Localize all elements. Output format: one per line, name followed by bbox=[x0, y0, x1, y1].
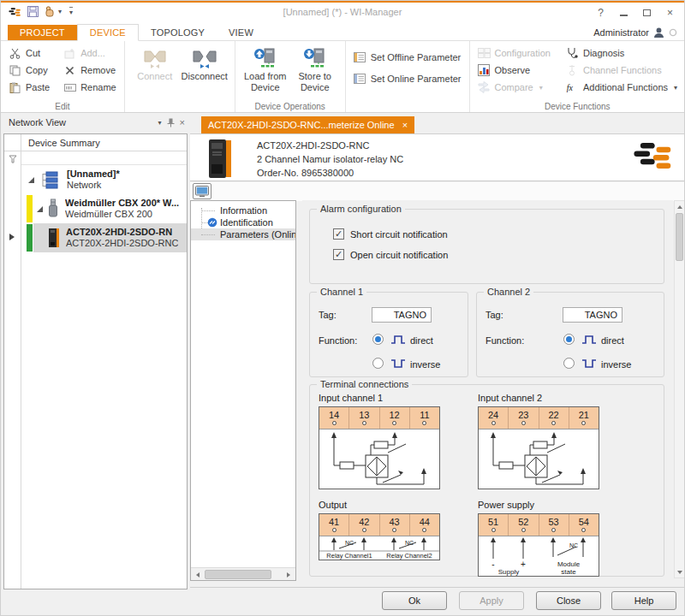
channel2-inverse-radio[interactable] bbox=[563, 358, 575, 369]
additional-functions-button[interactable]: fx Additional Functions ▾ bbox=[563, 80, 680, 94]
tree-row-network[interactable]: [Unnamed]* Network bbox=[21, 165, 187, 194]
cut-icon bbox=[9, 47, 21, 59]
close-button[interactable]: Close bbox=[536, 591, 601, 610]
diagram-label: Input channel 2 bbox=[478, 393, 542, 403]
panel-menu-icon[interactable]: ▾ bbox=[158, 119, 162, 127]
scroll-right-button[interactable] bbox=[283, 569, 295, 580]
disconnect-button[interactable]: Disconnect bbox=[180, 44, 229, 82]
parameter-view-button[interactable] bbox=[193, 183, 211, 199]
filter-icon[interactable] bbox=[9, 155, 17, 163]
terminal-number: 14 bbox=[329, 411, 339, 420]
store-to-device-button[interactable]: Store to Device bbox=[290, 44, 340, 92]
set-online-parameter-button[interactable]: Set Online Parameter bbox=[351, 72, 464, 86]
tree-item-information[interactable]: Information bbox=[191, 204, 295, 216]
radio-label: inverse bbox=[601, 359, 631, 370]
terminal-number: 11 bbox=[420, 411, 429, 420]
terminal-number: 24 bbox=[488, 411, 498, 420]
store-to-device-icon bbox=[303, 45, 327, 71]
power-circuit-drawing: - + Supply NC Module state bbox=[479, 536, 599, 576]
tab-device[interactable]: DEVICE bbox=[77, 24, 139, 41]
observe-button[interactable]: Observe bbox=[475, 63, 553, 77]
tree-row-module-selected[interactable]: ACT20X-2HDI-2SDO-RN ACT20X-2HDI-2SDO-RNC bbox=[21, 223, 187, 252]
close-panel-icon[interactable]: × bbox=[180, 117, 185, 127]
channel1-group: Channel 1 Tag: Function: direct inverse bbox=[309, 292, 468, 377]
set-online-parameter-icon bbox=[354, 73, 366, 85]
terminal-cell: 22 bbox=[539, 407, 569, 429]
cut-button[interactable]: Cut bbox=[6, 46, 52, 60]
terminal-cell: 44 bbox=[410, 514, 439, 536]
copy-button[interactable]: Copy bbox=[6, 63, 52, 77]
tree-row-gateway[interactable]: Weidmüller CBX 200* W... Weidmüller CBX … bbox=[21, 194, 187, 223]
terminal-cell: 54 bbox=[569, 514, 599, 536]
pin-icon[interactable] bbox=[167, 118, 175, 127]
connect-icon bbox=[143, 45, 167, 71]
rename-button[interactable]: Rename bbox=[61, 80, 119, 94]
svg-text:Supply: Supply bbox=[498, 568, 519, 576]
scroll-thumb[interactable] bbox=[205, 570, 271, 579]
open-circuit-checkbox[interactable]: ✓ bbox=[333, 249, 344, 260]
maximize-button[interactable] bbox=[635, 4, 658, 21]
terminal-strip: 24 23 22 21 bbox=[479, 407, 599, 429]
user-icon bbox=[653, 27, 664, 38]
terminal-number: 22 bbox=[549, 411, 559, 420]
expander-icon[interactable] bbox=[37, 206, 43, 212]
tree-item-identification[interactable]: Identification bbox=[191, 216, 295, 228]
user-name: Administrator bbox=[593, 27, 649, 38]
channel1-tag-input[interactable] bbox=[372, 307, 432, 323]
load-from-device-button[interactable]: Load from Device bbox=[241, 44, 290, 92]
terminal-dot-icon bbox=[491, 528, 496, 532]
diagnosis-button[interactable]: Diagnosis bbox=[563, 46, 680, 60]
user-area[interactable]: Administrator bbox=[593, 27, 677, 40]
configuration-button: Configuration bbox=[475, 46, 553, 60]
tree-column-header[interactable]: Device Summary bbox=[21, 134, 187, 151]
tab-project[interactable]: PROJECT bbox=[8, 25, 77, 40]
tab-view[interactable]: VIEW bbox=[217, 25, 265, 40]
short-circuit-checkbox[interactable]: ✓ bbox=[333, 228, 344, 240]
svg-text:fx: fx bbox=[567, 83, 574, 92]
status-bar-yellow bbox=[27, 195, 33, 222]
power-supply-diagram: 51 52 53 54 bbox=[478, 513, 599, 577]
tree-item-parameters-online[interactable]: Parameters (Online) bbox=[191, 228, 295, 240]
terminal-dot-icon bbox=[362, 421, 366, 425]
group-title: Channel 1 bbox=[317, 287, 366, 297]
chevron-down-icon: ▾ bbox=[539, 84, 543, 92]
inverse-waveform-icon bbox=[581, 358, 597, 369]
terminal-dot-icon bbox=[332, 528, 337, 532]
tree-filter-row[interactable] bbox=[21, 151, 187, 165]
scroll-thumb[interactable] bbox=[676, 213, 683, 261]
document-tab[interactable]: ACT20X-2HDI-2SDO-RNC...meterize Online × bbox=[201, 116, 414, 133]
group-title: Alarm configuration bbox=[317, 204, 405, 214]
group-label-device-operations: Device Operations bbox=[235, 102, 345, 111]
help-button[interactable]: ? bbox=[589, 4, 612, 21]
help-button[interactable]: Help bbox=[611, 591, 676, 610]
remove-button[interactable]: Remove bbox=[61, 63, 119, 77]
input-circuit-drawing bbox=[319, 429, 439, 489]
terminal-cell: 43 bbox=[380, 514, 410, 536]
set-offline-parameter-button[interactable]: Set Offline Parameter bbox=[351, 50, 464, 64]
paste-button[interactable]: Paste bbox=[6, 80, 52, 94]
channel1-direct-radio[interactable] bbox=[372, 334, 384, 345]
terminal-cell: 42 bbox=[349, 514, 379, 536]
terminal-dot-icon bbox=[362, 528, 366, 532]
terminal-cell: 53 bbox=[539, 514, 569, 536]
channel2-direct-radio[interactable] bbox=[563, 334, 575, 345]
ok-button[interactable]: Ok bbox=[382, 591, 447, 610]
channel2-tag-input[interactable] bbox=[563, 307, 622, 323]
tab-close-icon[interactable]: × bbox=[402, 120, 408, 130]
scroll-left-button[interactable] bbox=[192, 569, 204, 580]
close-button[interactable]: × bbox=[658, 4, 682, 21]
compare-icon bbox=[478, 81, 491, 93]
additional-functions-icon: fx bbox=[566, 81, 579, 93]
scroll-down-button[interactable] bbox=[675, 566, 684, 578]
load-from-device-icon bbox=[253, 45, 277, 71]
scroll-up-button[interactable] bbox=[675, 201, 684, 212]
network-view-header: Network View ▾ × bbox=[1, 113, 189, 132]
maximize-icon bbox=[643, 9, 651, 16]
terminal-number: 41 bbox=[329, 518, 339, 527]
expander-icon[interactable] bbox=[28, 177, 34, 183]
terminal-number: 54 bbox=[579, 518, 589, 527]
channel1-inverse-radio[interactable] bbox=[372, 358, 384, 369]
tab-topology[interactable]: TOPOLOGY bbox=[139, 25, 217, 40]
remove-icon bbox=[63, 64, 76, 76]
minimize-button[interactable] bbox=[612, 4, 635, 21]
